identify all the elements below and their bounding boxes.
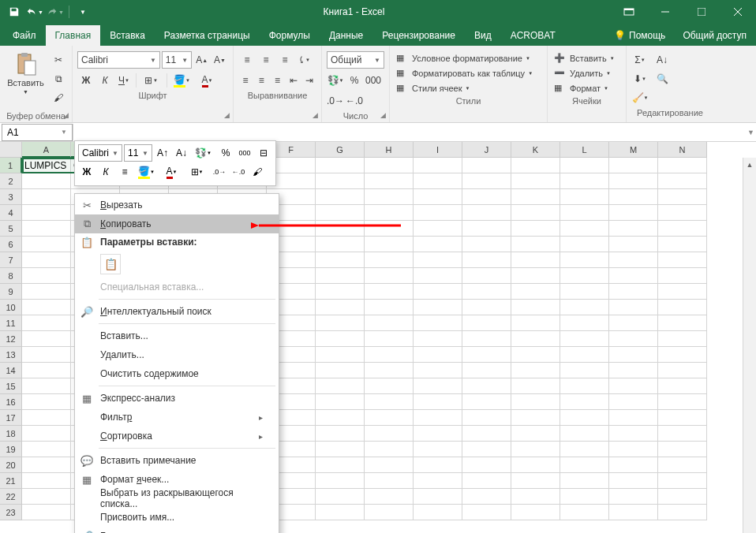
cell[interactable] bbox=[414, 363, 462, 378]
font-color-button[interactable]: A▼ bbox=[196, 72, 219, 89]
cell[interactable] bbox=[658, 158, 707, 173]
cell[interactable] bbox=[462, 378, 511, 394]
number-launcher[interactable]: ◢ bbox=[380, 111, 386, 119]
cell[interactable] bbox=[560, 347, 609, 363]
cell[interactable] bbox=[462, 173, 511, 189]
cell[interactable] bbox=[365, 221, 414, 237]
cell[interactable] bbox=[22, 410, 71, 426]
cell[interactable] bbox=[609, 205, 658, 221]
font-launcher[interactable]: ◢ bbox=[224, 111, 230, 119]
cell[interactable] bbox=[609, 173, 658, 189]
paste-button[interactable]: Вставить ▼ bbox=[5, 48, 47, 98]
formula-bar[interactable] bbox=[73, 124, 756, 141]
share-button[interactable]: Общий доступ bbox=[673, 25, 756, 46]
cell[interactable] bbox=[414, 237, 462, 252]
row-header-23[interactable]: 23 bbox=[0, 505, 22, 520]
tab-insert[interactable]: Вставка bbox=[100, 25, 155, 46]
cell[interactable] bbox=[658, 284, 707, 300]
menu-format-cells[interactable]: ▦Формат ячеек... bbox=[75, 470, 279, 489]
cell[interactable] bbox=[316, 363, 365, 378]
cell[interactable] bbox=[22, 442, 71, 457]
row-header-2[interactable]: 2 bbox=[0, 173, 22, 189]
cell[interactable] bbox=[658, 363, 707, 378]
cell[interactable] bbox=[316, 331, 365, 347]
cell[interactable] bbox=[414, 284, 462, 300]
row-header-10[interactable]: 10 bbox=[0, 300, 22, 315]
cell[interactable] bbox=[560, 457, 609, 473]
cell[interactable] bbox=[414, 457, 462, 473]
cell[interactable] bbox=[316, 410, 365, 426]
cell[interactable] bbox=[414, 173, 462, 189]
cell[interactable] bbox=[511, 347, 560, 363]
autosum-button[interactable]: Σ▼ bbox=[631, 51, 649, 69]
cell[interactable] bbox=[414, 252, 462, 268]
borders-button[interactable]: ⊞▼ bbox=[140, 72, 163, 89]
cell[interactable] bbox=[365, 158, 414, 173]
cell[interactable] bbox=[511, 457, 560, 473]
col-header-I[interactable]: I bbox=[414, 142, 462, 158]
cell[interactable] bbox=[609, 378, 658, 394]
fill-button[interactable]: ⬇▼ bbox=[631, 70, 649, 88]
cell[interactable] bbox=[22, 473, 71, 489]
clear-button[interactable]: 🧹▼ bbox=[631, 89, 649, 106]
save-button[interactable] bbox=[5, 2, 24, 21]
menu-quick-analysis[interactable]: ▦Экспресс-анализ bbox=[75, 389, 279, 408]
row-header-5[interactable]: 5 bbox=[0, 221, 22, 237]
row-header-4[interactable]: 4 bbox=[0, 205, 22, 221]
cell[interactable] bbox=[22, 394, 71, 410]
col-header-A[interactable]: A bbox=[22, 142, 71, 158]
menu-define-name[interactable]: Присвоить имя... bbox=[75, 508, 279, 527]
increase-indent-button[interactable]: ⇥ bbox=[302, 72, 316, 89]
cell[interactable] bbox=[414, 394, 462, 410]
cell[interactable] bbox=[22, 315, 71, 331]
select-all-corner[interactable] bbox=[0, 142, 22, 158]
accounting-format-button[interactable]: 💱▼ bbox=[327, 72, 344, 89]
cell[interactable] bbox=[462, 300, 511, 315]
cell[interactable] bbox=[658, 237, 707, 252]
cell[interactable] bbox=[414, 473, 462, 489]
cell[interactable] bbox=[609, 363, 658, 378]
cell[interactable] bbox=[658, 173, 707, 189]
mini-fill-color[interactable]: 🪣▼ bbox=[135, 163, 159, 181]
cell[interactable] bbox=[609, 394, 658, 410]
cell[interactable] bbox=[609, 158, 658, 173]
cell[interactable] bbox=[316, 394, 365, 410]
cell[interactable] bbox=[22, 300, 71, 315]
menu-sort[interactable]: Сортировка▸ bbox=[75, 427, 279, 445]
row-header-11[interactable]: 11 bbox=[0, 315, 22, 331]
cell[interactable] bbox=[609, 457, 658, 473]
cell[interactable] bbox=[316, 300, 365, 315]
cell[interactable] bbox=[365, 189, 414, 205]
orientation-button[interactable]: ⤹▼ bbox=[295, 51, 313, 69]
row-header-15[interactable]: 15 bbox=[0, 378, 22, 394]
clipboard-launcher[interactable]: ◢ bbox=[63, 111, 69, 119]
menu-cut[interactable]: ✂Вырезать bbox=[75, 196, 279, 214]
cell[interactable] bbox=[365, 489, 414, 505]
mini-font-color[interactable]: A▼ bbox=[160, 163, 184, 181]
vertical-scrollbar[interactable]: ▲ bbox=[743, 158, 756, 533]
cell[interactable] bbox=[316, 205, 365, 221]
cell[interactable] bbox=[22, 347, 71, 363]
cell[interactable] bbox=[22, 237, 71, 252]
cell[interactable] bbox=[316, 252, 365, 268]
cell[interactable] bbox=[609, 489, 658, 505]
row-header-18[interactable]: 18 bbox=[0, 426, 22, 442]
cell[interactable] bbox=[414, 189, 462, 205]
cell[interactable] bbox=[511, 205, 560, 221]
cell[interactable] bbox=[316, 221, 365, 237]
cell[interactable] bbox=[511, 315, 560, 331]
menu-pick-from-list[interactable]: Выбрать из раскрывающегося списка... bbox=[75, 489, 279, 508]
cell[interactable] bbox=[316, 237, 365, 252]
cell[interactable] bbox=[658, 315, 707, 331]
tab-page-layout[interactable]: Разметка страницы bbox=[155, 25, 260, 46]
col-header-K[interactable]: K bbox=[511, 142, 560, 158]
align-right-button[interactable]: ≡ bbox=[270, 72, 284, 89]
cell[interactable] bbox=[316, 158, 365, 173]
mini-align[interactable]: ≡ bbox=[116, 163, 133, 181]
mini-accounting[interactable]: 💱▼ bbox=[192, 144, 215, 162]
bold-button[interactable]: Ж bbox=[77, 72, 95, 89]
cell[interactable] bbox=[462, 442, 511, 457]
cell[interactable] bbox=[609, 442, 658, 457]
cell[interactable] bbox=[511, 221, 560, 237]
cell[interactable] bbox=[658, 189, 707, 205]
